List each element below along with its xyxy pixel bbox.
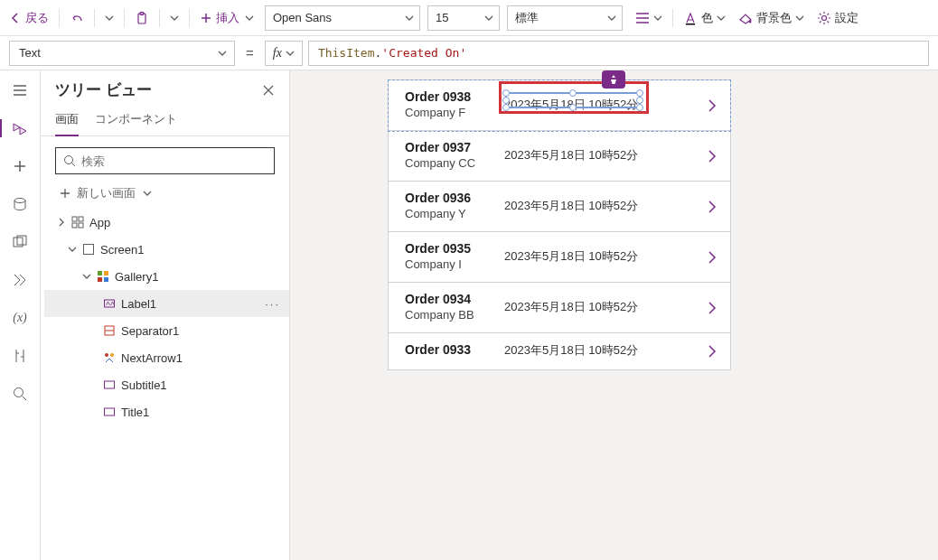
- rail-treeview-icon[interactable]: [0, 116, 40, 141]
- annotation-highlight: [499, 81, 649, 114]
- separator: [672, 9, 673, 27]
- rail-powerautomate-icon[interactable]: [0, 267, 40, 293]
- svg-point-9: [65, 156, 73, 164]
- svg-rect-13: [79, 223, 83, 228]
- tree-separator1[interactable]: Separator1: [44, 317, 289, 344]
- gallery-item[interactable]: Order 0936 Company Y 2023年5月18日 10時52分: [389, 182, 730, 232]
- gallery-preview[interactable]: Order 0938 Company F 2023年5月18日 10時52分 O…: [388, 79, 731, 370]
- label-icon: [102, 296, 117, 311]
- formula-token-field: 'Created On': [381, 46, 466, 60]
- main-area: (x) ツリー ビュー 画面 コンポーネント 新しい画面: [0, 70, 938, 560]
- align-button[interactable]: [630, 4, 668, 33]
- svg-point-22: [110, 353, 114, 357]
- formula-input[interactable]: ThisItem.'Created On': [308, 41, 929, 66]
- rail-media-icon[interactable]: [0, 229, 40, 255]
- equals-sign: =: [240, 45, 259, 61]
- tree-nextarrow1-label: NextArrow1: [121, 351, 183, 365]
- chevron-right-icon: [705, 149, 719, 163]
- settings-button[interactable]: 設定: [811, 10, 864, 26]
- fontweight-select[interactable]: 標準: [507, 5, 623, 31]
- tab-components[interactable]: コンポーネント: [95, 106, 177, 135]
- item-date: 2023年5月18日 10時52分: [504, 198, 638, 214]
- item-title: Order 0938: [405, 89, 504, 104]
- undo-button[interactable]: [64, 4, 89, 33]
- tree-label1[interactable]: Label1 ···: [44, 290, 289, 317]
- back-label: 戻る: [25, 10, 49, 26]
- gallery-item[interactable]: Order 0934 Company BB 2023年5月18日 10時52分: [389, 283, 730, 333]
- insert-button[interactable]: 挿入: [194, 4, 259, 33]
- fx-button[interactable]: fx: [265, 41, 303, 66]
- rail-hamburger-icon[interactable]: [0, 78, 40, 103]
- chevron-right-icon: [705, 344, 719, 359]
- svg-rect-11: [79, 217, 83, 221]
- tree-subtitle1[interactable]: Subtitle1: [44, 371, 289, 398]
- chevron-down-icon[interactable]: [164, 4, 184, 33]
- svg-rect-15: [98, 271, 102, 275]
- rail-search-icon[interactable]: [0, 381, 40, 406]
- chevron-right-icon: [705, 301, 719, 315]
- svg-rect-10: [72, 217, 77, 221]
- gallery-item[interactable]: Order 0937 Company CC 2023年5月18日 10時52分: [389, 131, 730, 182]
- new-screen-button[interactable]: 新しい画面: [41, 182, 289, 209]
- canvas[interactable]: Order 0938 Company F 2023年5月18日 10時52分 O…: [290, 70, 938, 560]
- separator-icon: [102, 323, 117, 338]
- item-subtitle: Company Y: [405, 207, 504, 220]
- close-icon[interactable]: [262, 84, 275, 97]
- tree-gallery1-label: Gallery1: [115, 270, 158, 284]
- svg-point-21: [105, 353, 108, 357]
- search-input[interactable]: [81, 154, 267, 168]
- formula-dot: .: [375, 46, 382, 60]
- gallery-item[interactable]: Order 0933 2023年5月18日 10時52分: [389, 333, 730, 369]
- tree-app[interactable]: App: [44, 209, 289, 236]
- fontcolor-button[interactable]: 色: [678, 10, 731, 26]
- gallery-icon: [96, 269, 110, 284]
- fontcolor-label: 色: [701, 10, 713, 26]
- separator: [159, 9, 160, 27]
- item-date: 2023年5月18日 10時52分: [504, 248, 638, 265]
- tree: App Screen1 Gallery1 Label1 ··· Separato…: [41, 209, 289, 425]
- tab-screens[interactable]: 画面: [55, 106, 79, 136]
- tree-panel: ツリー ビュー 画面 コンポーネント 新しい画面 App: [41, 70, 290, 560]
- chevron-right-icon: [705, 98, 719, 113]
- chevron-down-icon[interactable]: [99, 4, 119, 33]
- checkbox-icon: [81, 242, 96, 257]
- label-icon: [102, 378, 117, 392]
- svg-point-3: [749, 20, 752, 23]
- rail-tools-icon[interactable]: [0, 343, 40, 369]
- chevron-right-icon: [705, 200, 719, 214]
- tree-app-label: App: [89, 216, 110, 229]
- search-box[interactable]: [55, 147, 275, 174]
- font-select[interactable]: Open Sans: [265, 5, 420, 31]
- paste-button[interactable]: [129, 4, 155, 33]
- item-date: 2023年5月18日 10時52分: [504, 299, 638, 315]
- item-title: Order 0933: [405, 342, 504, 357]
- item-subtitle: Company F: [405, 106, 504, 119]
- formula-bar: Text = fx ThisItem.'Created On': [0, 36, 938, 70]
- svg-rect-12: [72, 223, 77, 228]
- tree-gallery1[interactable]: Gallery1: [44, 263, 289, 290]
- tree-nextarrow1[interactable]: NextArrow1: [44, 344, 289, 371]
- bgcolor-label: 背景色: [756, 10, 792, 26]
- property-select[interactable]: Text: [9, 41, 235, 66]
- rail-data-icon[interactable]: [0, 191, 40, 217]
- rail-variables-icon[interactable]: (x): [0, 305, 40, 331]
- font-select-value: Open Sans: [273, 11, 332, 24]
- search-icon: [63, 154, 76, 167]
- svg-rect-19: [105, 300, 115, 307]
- item-title: Order 0934: [405, 292, 504, 306]
- svg-rect-23: [105, 381, 115, 388]
- svg-point-8: [14, 388, 23, 397]
- format-badge-icon[interactable]: [602, 70, 625, 89]
- more-icon[interactable]: ···: [265, 297, 280, 311]
- bgcolor-button[interactable]: 背景色: [733, 10, 810, 26]
- fontsize-select[interactable]: 15: [427, 5, 500, 31]
- back-button[interactable]: 戻る: [4, 4, 54, 33]
- svg-rect-16: [104, 271, 108, 275]
- item-subtitle: Company BB: [405, 308, 504, 322]
- rail-insert-icon[interactable]: [0, 154, 40, 179]
- property-value: Text: [19, 46, 41, 60]
- tree-subtitle1-label: Subtitle1: [121, 378, 167, 392]
- tree-title1[interactable]: Title1: [44, 398, 289, 425]
- gallery-item[interactable]: Order 0935 Company I 2023年5月18日 10時52分: [389, 232, 730, 283]
- tree-screen1[interactable]: Screen1: [44, 236, 289, 263]
